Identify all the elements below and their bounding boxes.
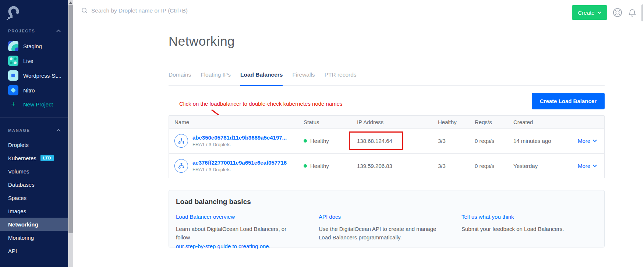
tab-load-balancers[interactable]: Load Balancers <box>240 71 283 85</box>
col-header-reqs: Reqs/s <box>470 119 508 125</box>
sidebar-item-wordpress[interactable]: Wordpress-St... <box>0 68 68 83</box>
chevron-down-icon <box>593 165 597 167</box>
projects-label: PROJECTS <box>8 29 35 33</box>
sidebar-item-staging[interactable]: Staging <box>0 39 68 53</box>
digitalocean-logo-icon[interactable] <box>7 6 20 20</box>
table-header-row: Name Status IP Address Healthy Reqs/s Cr… <box>169 116 604 129</box>
project-label: Wordpress-St... <box>23 73 61 79</box>
sidebar-item-spaces[interactable]: Spaces <box>0 191 68 204</box>
create-load-balancer-button[interactable]: Create Load Balancer <box>532 93 605 109</box>
main-content: Networking Domains Floating IPs Load Bal… <box>169 23 605 267</box>
load-balancer-name-link[interactable]: abe350e05781d11e9b3689a5c4197... <box>192 134 287 141</box>
manage-item-label: Volumes <box>8 168 29 175</box>
sidebar: PROJECTS Staging Live Wordpress-St... Ni… <box>0 0 68 267</box>
feedback-link[interactable]: Tell us what you think <box>461 214 514 220</box>
basics-column-api: API docs Use the DigitalOcean API to cre… <box>319 214 461 250</box>
new-project-label: New Project <box>23 101 53 108</box>
tab-bar: Domains Floating IPs Load Balancers Fire… <box>169 71 605 86</box>
sidebar-divider <box>0 117 68 117</box>
sidebar-item-databases[interactable]: Databases <box>0 178 68 191</box>
col-header-created: Created <box>508 119 573 125</box>
manage-item-label: Databases <box>8 182 35 188</box>
tab-domains[interactable]: Domains <box>169 71 191 85</box>
basics-text: Use the DigitalOcean API to create and m… <box>319 225 440 242</box>
table-row[interactable]: abe350e05781d11e9b3689a5c4197... FRA1 / … <box>169 129 604 153</box>
sidebar-item-monitoring[interactable]: Monitoring <box>0 231 68 244</box>
step-by-step-guide-link[interactable]: our step-by-step guide to creating one. <box>176 243 270 249</box>
tab-floating-ips[interactable]: Floating IPs <box>201 71 231 85</box>
sidebar-item-live[interactable]: Live <box>0 53 68 68</box>
projects-list: Staging Live Wordpress-St... Nitro <box>0 39 68 98</box>
manage-label: MANAGE <box>8 128 30 133</box>
basics-column-overview: Load Balancer overview Learn about Digit… <box>176 214 319 250</box>
manage-item-label: API <box>8 248 17 254</box>
tab-firewalls[interactable]: Firewalls <box>292 71 315 85</box>
load-balancer-table: Name Status IP Address Healthy Reqs/s Cr… <box>169 115 605 178</box>
created-time: Yesterday <box>508 163 573 169</box>
manage-item-label: Kubernetes <box>8 155 36 161</box>
manage-section-header[interactable]: MANAGE <box>0 126 68 135</box>
create-button[interactable]: Create <box>572 5 607 20</box>
annotation-text: Click on the loadbalancer to double-chec… <box>179 101 343 107</box>
manage-item-label: Monitoring <box>8 235 34 241</box>
load-balancer-subtext: FRA1 / 3 Droplets <box>192 142 287 147</box>
tab-ptr-records[interactable]: PTR records <box>325 71 357 85</box>
project-label: Nitro <box>23 87 35 94</box>
scrollbar-up-arrow[interactable] <box>69 1 72 4</box>
manage-item-label: Spaces <box>8 195 26 201</box>
new-project-button[interactable]: + New Project <box>0 98 68 111</box>
table-row[interactable]: ae376ff22770011e9a651e6eaf057716 FRA1 / … <box>169 153 604 178</box>
healthy-status-dot <box>304 139 307 143</box>
sidebar-scrollbar[interactable] <box>68 0 73 267</box>
basics-text: Submit your feedback on Load Balancers. <box>461 225 583 233</box>
healthy-count: 3/3 <box>433 138 470 144</box>
basics-text: Learn about DigitalOcean Load Balancers,… <box>176 226 286 240</box>
sidebar-bottom-divider <box>0 266 68 266</box>
more-label: More <box>578 138 590 144</box>
ltd-badge: LTD <box>40 155 54 161</box>
page-scrollbar-thumb[interactable] <box>641 4 643 21</box>
healthy-count: 3/3 <box>433 163 470 169</box>
sidebar-item-images[interactable]: Images <box>0 204 68 218</box>
notifications-bell-icon[interactable] <box>627 7 637 18</box>
load-balancer-icon <box>174 134 188 148</box>
basics-column-feedback: Tell us what you think Submit your feedb… <box>461 214 597 250</box>
ip-address: 139.59.206.83 <box>357 163 392 169</box>
sidebar-item-networking[interactable]: Networking <box>0 218 68 231</box>
plus-icon: + <box>8 100 18 108</box>
sidebar-item-kubernetes[interactable]: Kubernetes LTD <box>0 151 68 165</box>
scrollbar-thumb[interactable] <box>68 5 73 233</box>
basics-title: Load balancing basics <box>176 198 597 206</box>
load-balancer-overview-link[interactable]: Load Balancer overview <box>176 214 235 220</box>
manage-list: Droplets Kubernetes LTD Volumes Database… <box>0 138 68 257</box>
project-label: Live <box>23 58 33 64</box>
sidebar-item-volumes[interactable]: Volumes <box>0 165 68 178</box>
create-button-label: Create <box>578 10 594 16</box>
search-input[interactable] <box>91 7 246 14</box>
requests-per-second: 0 reqs/s <box>470 163 508 169</box>
load-balancing-basics-card: Load balancing basics Load Balancer over… <box>169 190 605 247</box>
chevron-down-icon <box>593 140 597 142</box>
sidebar-item-droplets[interactable]: Droplets <box>0 138 68 151</box>
help-icon[interactable] <box>612 7 623 18</box>
manage-item-label: Networking <box>8 221 38 228</box>
project-icon-staging <box>8 41 18 51</box>
sidebar-item-api[interactable]: API <box>0 244 68 257</box>
more-menu-button[interactable]: More <box>573 163 606 169</box>
manage-item-label: Images <box>8 208 26 214</box>
api-docs-link[interactable]: API docs <box>319 214 341 220</box>
more-menu-button[interactable]: More <box>573 138 606 144</box>
topbar: Create <box>73 0 644 26</box>
created-time: 14 minutes ago <box>508 138 573 144</box>
ip-address: 138.68.124.64 <box>357 138 392 144</box>
col-header-name: Name <box>169 119 298 125</box>
requests-per-second: 0 reqs/s <box>470 138 508 144</box>
search-bar <box>81 7 246 14</box>
projects-section-header[interactable]: PROJECTS <box>0 27 68 35</box>
sidebar-item-nitro[interactable]: Nitro <box>0 83 68 98</box>
more-label: More <box>578 163 590 169</box>
chevron-up-icon <box>56 129 61 132</box>
load-balancer-name-link[interactable]: ae376ff22770011e9a651e6eaf057716 <box>192 159 287 166</box>
load-balancer-icon <box>174 159 188 173</box>
search-icon <box>81 7 88 14</box>
